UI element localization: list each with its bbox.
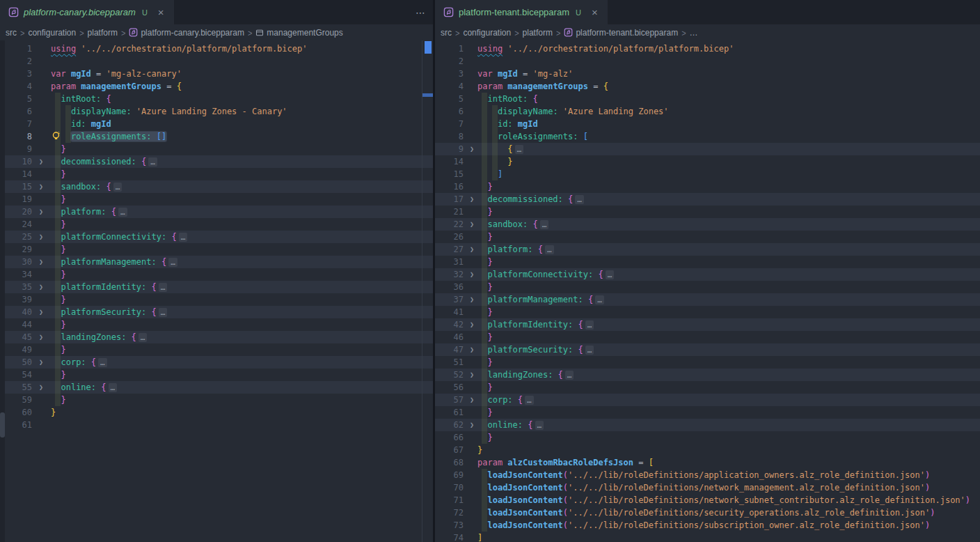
code-line[interactable]: 9 }: [0, 143, 433, 155]
code-line[interactable]: 69 loadJsonContent('../../lib/roleDefini…: [435, 469, 980, 481]
code-line[interactable]: 17❯ decommissioned: {…: [435, 193, 980, 206]
fold-chevron-icon[interactable]: ❯: [467, 243, 477, 256]
code-line[interactable]: 41 }: [435, 306, 980, 318]
code-area[interactable]: 1using '../../orchestration/platform/pla…: [435, 40, 980, 542]
code-line[interactable]: 70 loadJsonContent('../../lib/roleDefini…: [435, 481, 980, 494]
code-line[interactable]: 50❯ corp: {…: [0, 356, 433, 369]
folded-region-ellipsis[interactable]: …: [159, 308, 168, 317]
folded-region-ellipsis[interactable]: …: [113, 183, 122, 192]
code-line[interactable]: 4param managementGroups = {: [0, 80, 433, 93]
breadcrumb-item[interactable]: configuration: [463, 28, 511, 38]
code-line[interactable]: 2: [0, 55, 433, 68]
code-line[interactable]: 19 }: [0, 193, 433, 206]
folded-region-ellipsis[interactable]: …: [540, 220, 549, 229]
code-line[interactable]: 66 }: [435, 431, 980, 444]
code-line[interactable]: 1using '../../orchestration/platform/pla…: [0, 42, 433, 55]
code-line[interactable]: 60}: [0, 406, 433, 419]
code-line[interactable]: 29 }: [0, 243, 433, 256]
code-line[interactable]: 7 id: mgId: [0, 118, 433, 130]
code-line[interactable]: 21 }: [435, 206, 980, 218]
code-line[interactable]: 55❯ online: {…: [0, 381, 433, 394]
code-line[interactable]: 15 ]: [435, 168, 980, 180]
folded-region-ellipsis[interactable]: …: [109, 383, 118, 392]
code-line[interactable]: 10❯ decommissioned: {…: [0, 155, 433, 168]
code-line[interactable]: 8 roleAssignments: []: [0, 130, 433, 143]
folded-region-ellipsis[interactable]: …: [159, 283, 168, 292]
close-icon[interactable]: ×: [590, 6, 599, 18]
code-line[interactable]: 51 }: [435, 356, 980, 369]
folded-region-ellipsis[interactable]: …: [168, 258, 177, 267]
fold-chevron-icon[interactable]: ❯: [467, 369, 477, 381]
fold-chevron-icon[interactable]: ❯: [467, 218, 477, 231]
code-line[interactable]: 20❯ platform: {…: [0, 206, 433, 218]
code-line[interactable]: 3var mgId = 'mg-alz': [435, 68, 980, 80]
breadcrumb-item[interactable]: platform: [88, 28, 118, 38]
folded-region-ellipsis[interactable]: …: [575, 195, 584, 204]
folded-region-ellipsis[interactable]: …: [148, 157, 157, 167]
fold-chevron-icon[interactable]: ❯: [36, 180, 46, 193]
breadcrumb-item[interactable]: …: [690, 28, 698, 38]
breadcrumb-item[interactable]: platform: [523, 28, 553, 38]
code-line[interactable]: 36 }: [435, 281, 980, 293]
code-line[interactable]: 72 loadJsonContent('../../lib/roleDefini…: [435, 506, 980, 519]
fold-chevron-icon[interactable]: ❯: [36, 381, 46, 394]
folded-region-ellipsis[interactable]: …: [535, 421, 544, 430]
folded-region-ellipsis[interactable]: …: [179, 233, 188, 242]
fold-chevron-icon[interactable]: ❯: [467, 419, 477, 431]
breadcrumb-item[interactable]: platform-canary.bicepparam: [129, 28, 244, 38]
folded-region-ellipsis[interactable]: …: [525, 396, 534, 405]
code-line[interactable]: 7 id: mgId: [435, 118, 980, 130]
code-line[interactable]: 67}: [435, 444, 980, 456]
code-line[interactable]: 16 }: [435, 180, 980, 193]
fold-chevron-icon[interactable]: ❯: [467, 318, 477, 331]
folded-region-ellipsis[interactable]: …: [595, 295, 604, 304]
breadcrumb-item[interactable]: src: [6, 28, 17, 38]
folded-region-ellipsis[interactable]: …: [565, 371, 574, 380]
code-line[interactable]: 15❯ sandbox: {…: [0, 180, 433, 193]
folded-region-ellipsis[interactable]: …: [585, 320, 594, 330]
code-line[interactable]: 71 loadJsonContent('../../lib/roleDefini…: [435, 494, 980, 506]
breadcrumb-item[interactable]: configuration: [28, 28, 76, 38]
code-line[interactable]: 42❯ platformIdentity: {…: [435, 318, 980, 331]
code-line[interactable]: 9❯ {…: [435, 143, 980, 155]
code-line[interactable]: 5 intRoot: {: [435, 93, 980, 105]
fold-chevron-icon[interactable]: ❯: [467, 394, 477, 406]
folded-region-ellipsis[interactable]: …: [118, 208, 127, 217]
code-line[interactable]: 57❯ corp: {…: [435, 394, 980, 406]
code-line[interactable]: 3var mgId = 'mg-alz-canary': [0, 68, 433, 80]
code-line[interactable]: 2: [435, 55, 980, 68]
code-line[interactable]: 32❯ platformConnectivity: {…: [435, 268, 980, 281]
tab-platform-tenant[interactable]: platform-tenant.bicepparam U ×: [435, 0, 608, 24]
scrollbar-thumb[interactable]: [0, 412, 5, 438]
code-line[interactable]: 49 }: [0, 343, 433, 356]
fold-chevron-icon[interactable]: ❯: [36, 231, 46, 243]
code-line[interactable]: 34 }: [0, 268, 433, 281]
fold-chevron-icon[interactable]: ❯: [36, 306, 46, 318]
code-line[interactable]: 35❯ platformIdentity: {…: [0, 281, 433, 293]
code-line[interactable]: 46 }: [435, 331, 980, 343]
code-line[interactable]: 14 }: [0, 168, 433, 180]
code-line[interactable]: 52❯ landingZones: {…: [435, 369, 980, 381]
code-line[interactable]: 62❯ online: {…: [435, 419, 980, 431]
code-line[interactable]: 22❯ sandbox: {…: [435, 218, 980, 231]
code-area[interactable]: 1using '../../orchestration/platform/pla…: [0, 40, 433, 431]
code-line[interactable]: 45❯ landingZones: {…: [0, 331, 433, 343]
code-line[interactable]: 44 }: [0, 318, 433, 331]
code-line[interactable]: 4param managementGroups = {: [435, 80, 980, 93]
code-line[interactable]: 39 }: [0, 293, 433, 306]
code-line[interactable]: 14 }: [435, 155, 980, 168]
breadcrumb-item[interactable]: src: [441, 28, 452, 38]
code-line[interactable]: 68param alzCustomRbacRoleDefsJson = [: [435, 456, 980, 469]
code-line[interactable]: 25❯ platformConnectivity: {…: [0, 231, 433, 243]
code-line[interactable]: 54 }: [0, 369, 433, 381]
fold-chevron-icon[interactable]: ❯: [36, 206, 46, 218]
code-line[interactable]: 6 displayName: 'Azure Landing Zones': [435, 105, 980, 118]
fold-chevron-icon[interactable]: ❯: [36, 281, 46, 293]
code-line[interactable]: 27❯ platform: {…: [435, 243, 980, 256]
code-line[interactable]: 30❯ platformManagement: {…: [0, 256, 433, 268]
code-line[interactable]: 37❯ platformManagement: {…: [435, 293, 980, 306]
fold-chevron-icon[interactable]: ❯: [36, 331, 46, 343]
close-icon[interactable]: ×: [157, 6, 166, 18]
breadcrumb-item[interactable]: platform-tenant.bicepparam: [564, 28, 678, 38]
more-actions-icon[interactable]: ⋯: [416, 0, 426, 24]
